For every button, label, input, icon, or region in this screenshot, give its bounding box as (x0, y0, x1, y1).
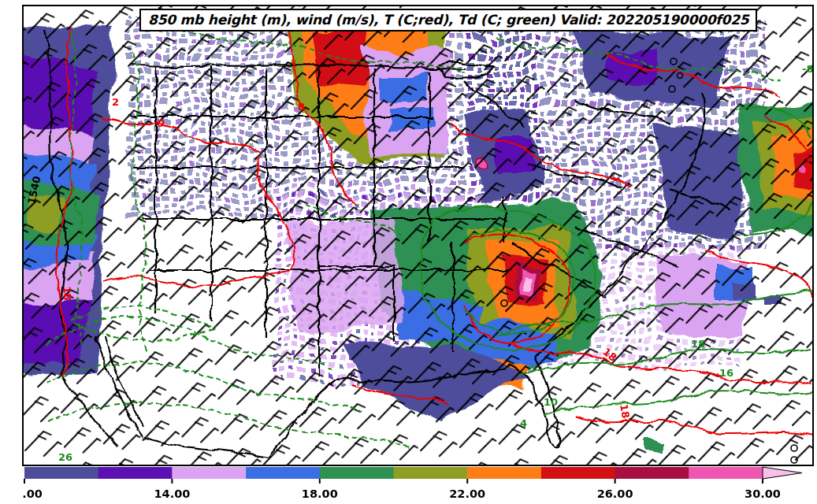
colorbar-segment (98, 467, 173, 479)
colorbar-segment (172, 467, 246, 479)
colorbar: 10.0014.0018.0022.0026.0030.00 (22, 465, 817, 503)
colorbar-segment (246, 467, 320, 479)
contour-label: 4 (520, 417, 527, 429)
colorbar-tick-label: 26.00 (597, 487, 633, 500)
contour-label: -8 (802, 63, 813, 75)
colorbar-segment (615, 467, 689, 479)
wind-barbs-layer (24, 6, 812, 465)
contour-label: 18 (691, 338, 705, 350)
contour-label: 8 (298, 101, 305, 113)
map-title-box: 850 mb height (m), wind (m/s), T (C;red)… (139, 9, 757, 32)
colorbar-over-arrow (763, 467, 802, 479)
colorbar-segment (320, 467, 394, 479)
colorbar-segment (689, 467, 763, 479)
contour-label: 10 (544, 396, 558, 408)
colorbar-tick-label: 14.00 (154, 487, 190, 500)
contour-label: 2 (112, 96, 119, 108)
contour-label: 18 (618, 403, 632, 419)
contour-label: 26 (58, 451, 72, 463)
colorbar-tick-label: 22.00 (449, 487, 485, 500)
colorbar-segment (394, 467, 468, 479)
colorbar-segment (467, 467, 541, 479)
contour-label: 18 (61, 286, 74, 301)
colorbar-tick-label: 30.00 (745, 487, 781, 500)
colorbar-segment (541, 467, 615, 479)
contour-label: 16 (719, 367, 733, 379)
map-title: 850 mb height (m), wind (m/s), T (C;red)… (148, 12, 748, 28)
colorbar-segment (24, 467, 98, 479)
colorbar-tick-label: 18.00 (302, 487, 338, 500)
colorbar-tick-label: 10.00 (22, 487, 43, 500)
map-canvas: 1540208181818181610426-8 (22, 5, 814, 466)
weather-map-figure: 1540208181818181610426-8 850 mb height (… (0, 0, 817, 504)
